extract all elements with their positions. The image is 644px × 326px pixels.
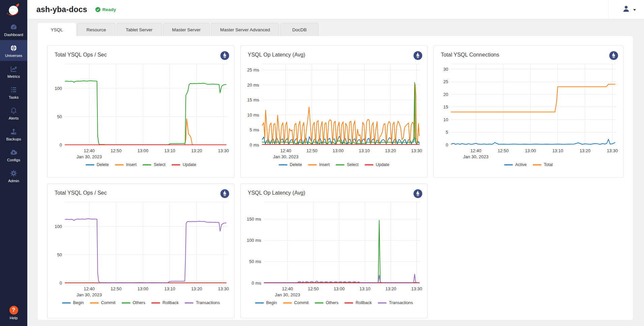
svg-text:100: 100 bbox=[55, 224, 62, 229]
legend-swatch bbox=[365, 164, 373, 165]
svg-text:12:40: 12:40 bbox=[84, 148, 95, 153]
svg-text:12:40: 12:40 bbox=[280, 148, 292, 153]
svg-text:13:20: 13:20 bbox=[191, 148, 202, 153]
legend-item-update[interactable]: Update bbox=[172, 162, 196, 167]
legend-swatch bbox=[172, 164, 180, 165]
legend-item-rollback[interactable]: Rollback bbox=[344, 300, 372, 305]
legend-item-begin[interactable]: Begin bbox=[62, 300, 84, 305]
legend-item-transactions[interactable]: Transactions bbox=[185, 300, 220, 305]
txn-ops-chart-plot[interactable]: 12:4012:5013:0013:1013:2013:30Jan 30, 20… bbox=[50, 199, 232, 300]
prometheus-icon[interactable] bbox=[220, 51, 229, 60]
svg-text:13:20: 13:20 bbox=[386, 286, 397, 291]
legend-swatch bbox=[115, 164, 124, 165]
sidebar-item-label: Configs bbox=[7, 158, 20, 162]
legend-label: Update bbox=[376, 162, 389, 167]
sidebar-item-label: Metrics bbox=[7, 74, 20, 78]
txn-latency-chart-plot[interactable]: 12:4012:5013:0013:1013:2013:30Jan 30, 20… bbox=[243, 199, 425, 300]
list-icon bbox=[10, 86, 18, 94]
ops-total-chart-plot[interactable]: 12:4012:5013:0013:1013:2013:30Jan 30, 20… bbox=[50, 61, 232, 162]
legend-item-transactions[interactable]: Transactions bbox=[378, 300, 413, 305]
svg-text:5: 5 bbox=[446, 130, 448, 135]
op-latency-chart-plot[interactable]: 12:4012:5013:0013:1013:2013:30Jan 30, 20… bbox=[243, 61, 425, 162]
svg-text:25: 25 bbox=[443, 79, 448, 84]
legend-item-commit[interactable]: Commit bbox=[283, 300, 309, 305]
legend-swatch bbox=[185, 302, 193, 303]
legend-label: Update bbox=[183, 162, 196, 167]
prometheus-icon[interactable] bbox=[220, 189, 229, 198]
sidebar-item-label: Tasks bbox=[9, 95, 19, 99]
sidebar-item-metrics[interactable]: Metrics bbox=[0, 61, 27, 82]
legend-label: Active bbox=[515, 162, 527, 167]
sidebar-item-label: Dashboard bbox=[4, 33, 23, 37]
legend-item-rollback[interactable]: Rollback bbox=[151, 300, 179, 305]
legend-label: Transactions bbox=[389, 300, 413, 305]
svg-text:13:10: 13:10 bbox=[552, 148, 563, 153]
legend-swatch bbox=[283, 302, 292, 303]
legend-label: Insert bbox=[126, 162, 136, 167]
tab-master-server[interactable]: Master Server bbox=[163, 23, 210, 36]
user-icon bbox=[622, 5, 630, 14]
svg-text:13:30: 13:30 bbox=[411, 286, 422, 291]
tab-tablet-server[interactable]: Tablet Server bbox=[117, 23, 162, 36]
top-header: ash-yba-docs Ready bbox=[27, 0, 644, 19]
yugabyte-logo-icon[interactable] bbox=[0, 0, 27, 19]
legend-item-begin[interactable]: Begin bbox=[255, 300, 277, 305]
sidebar-item-universes[interactable]: Universes bbox=[0, 40, 27, 61]
svg-text:13:00: 13:00 bbox=[137, 286, 149, 291]
legend-item-total[interactable]: Total bbox=[533, 162, 553, 167]
sidebar-item-admin[interactable]: Admin bbox=[0, 165, 27, 186]
svg-text:Jan 30, 2023: Jan 30, 2023 bbox=[463, 154, 488, 159]
svg-text:Jan 30, 2023: Jan 30, 2023 bbox=[275, 292, 300, 297]
prometheus-icon[interactable] bbox=[413, 51, 422, 60]
svg-text:5 ms: 5 ms bbox=[250, 127, 259, 132]
sidebar-item-tasks[interactable]: Tasks bbox=[0, 82, 27, 103]
legend-item-active[interactable]: Active bbox=[504, 162, 527, 167]
legend-item-select[interactable]: Select bbox=[143, 162, 165, 167]
sidebar-item-dashboard[interactable]: Dashboard bbox=[0, 19, 27, 40]
prometheus-icon[interactable] bbox=[609, 51, 618, 60]
svg-text:12:50: 12:50 bbox=[111, 286, 122, 291]
svg-text:13:00: 13:00 bbox=[525, 148, 536, 153]
svg-text:13:00: 13:00 bbox=[334, 286, 345, 291]
sidebar-item-configs[interactable]: Configs bbox=[0, 144, 27, 165]
svg-text:50: 50 bbox=[57, 114, 62, 119]
tab-ysql[interactable]: YSQL bbox=[38, 23, 76, 36]
svg-text:0: 0 bbox=[60, 281, 62, 286]
legend-item-commit[interactable]: Commit bbox=[90, 300, 116, 305]
legend-swatch bbox=[378, 302, 387, 303]
svg-text:13:20: 13:20 bbox=[191, 286, 202, 291]
tab-resource[interactable]: Resource bbox=[77, 23, 115, 36]
legend-item-insert[interactable]: Insert bbox=[308, 162, 330, 167]
legend-label: Commit bbox=[101, 300, 116, 305]
prometheus-icon[interactable] bbox=[413, 189, 422, 198]
tab-master-server-advanced[interactable]: Master Server Advanced bbox=[211, 23, 279, 36]
legend-item-delete[interactable]: Delete bbox=[279, 162, 302, 167]
legend-label: Delete bbox=[290, 162, 302, 167]
sidebar-item-alerts[interactable]: Alerts bbox=[0, 103, 27, 124]
user-menu[interactable] bbox=[608, 0, 636, 19]
svg-text:12:50: 12:50 bbox=[308, 286, 319, 291]
legend-label: Others bbox=[326, 300, 339, 305]
legend-item-update[interactable]: Update bbox=[365, 162, 389, 167]
legend-swatch bbox=[151, 302, 160, 303]
legend-item-select[interactable]: Select bbox=[336, 162, 359, 167]
svg-text:12:50: 12:50 bbox=[498, 148, 509, 153]
sidebar-item-label: Help bbox=[10, 316, 18, 320]
svg-text:Jan 30, 2023: Jan 30, 2023 bbox=[273, 154, 298, 159]
svg-text:50: 50 bbox=[57, 252, 62, 257]
connections-chart-plot[interactable]: 12:4012:5013:0013:1013:2013:30Jan 30, 20… bbox=[436, 61, 620, 162]
chart-card-ops-total: Total YSQL Ops / Sec 12:4012:5013:0013:1… bbox=[47, 45, 235, 178]
metrics-tabs: YSQL Resource Tablet Server Master Serve… bbox=[38, 23, 633, 36]
sidebar-item-help[interactable]: ? Help bbox=[0, 302, 27, 326]
svg-text:15: 15 bbox=[443, 104, 448, 109]
legend-item-others[interactable]: Others bbox=[315, 300, 339, 305]
legend-item-insert[interactable]: Insert bbox=[115, 162, 136, 167]
tab-docdb[interactable]: DocDB bbox=[280, 23, 318, 36]
upload-drive-icon bbox=[10, 127, 18, 135]
legend-item-others[interactable]: Others bbox=[122, 300, 146, 305]
legend-label: Rollback bbox=[162, 300, 179, 305]
svg-text:12:50: 12:50 bbox=[306, 148, 317, 153]
legend-item-delete[interactable]: Delete bbox=[86, 162, 109, 167]
sidebar-item-backups[interactable]: Backups bbox=[0, 124, 27, 144]
svg-text:0 ms: 0 ms bbox=[252, 281, 262, 286]
